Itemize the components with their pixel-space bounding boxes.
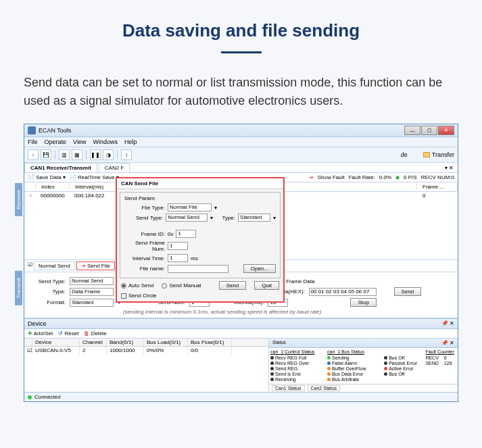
dlg-frame-num-input[interactable]: 1	[168, 242, 188, 250]
tab-can2[interactable]: CAN2 F	[99, 163, 130, 172]
tb-new-icon[interactable]: ▫	[28, 149, 39, 160]
device-row[interactable]: ☑ USBCAN-II-V5 2 1000/1000 0%/0% 0/0	[24, 347, 268, 354]
can-send-file-dialog: CAN Send File Send Param: File Type: Nor…	[116, 177, 285, 303]
delete-icon: 🗑	[84, 330, 89, 337]
tb-show-icon[interactable]: ◑	[103, 149, 114, 160]
menu-view[interactable]: View	[73, 139, 86, 145]
reset-icon: ↺	[58, 330, 63, 337]
pin-icon[interactable]: ▾ ✕	[445, 165, 458, 171]
receive-side-tab[interactable]: Receive	[15, 183, 22, 216]
toolbar: ▫ 💾 ▥ ▦ ❚❚ ◑ ↕ de Transfer	[24, 147, 458, 163]
col-channel[interactable]: Channel	[80, 339, 107, 346]
folder-icon	[423, 152, 430, 157]
col-index[interactable]: Index	[36, 184, 70, 190]
dlg-filename-input[interactable]	[168, 265, 228, 273]
dlg-quit-button[interactable]: Quit	[254, 281, 279, 290]
send-type-select[interactable]: Normal Send	[70, 277, 114, 285]
dlg-send-type-select[interactable]: Normal Send	[166, 214, 208, 222]
tb-scroll-icon[interactable]: ↕	[121, 149, 132, 160]
type-select[interactable]: Data Frame	[70, 288, 114, 296]
mode-suffix: de	[401, 151, 408, 158]
realtime-save-btn[interactable]: RealTime Save	[78, 174, 114, 180]
col-busload[interactable]: Bus Load(0/1)	[144, 339, 188, 346]
dlg-type-select[interactable]: Standard	[238, 214, 270, 222]
dlg-send-button[interactable]: Send	[219, 281, 247, 290]
device-panel-header: Device 📌 ✕	[24, 318, 458, 329]
tab-send-file[interactable]: ➔ Send File	[76, 262, 115, 270]
send-circle-checkbox[interactable]	[121, 293, 126, 299]
reset-btn[interactable]: Reset	[64, 330, 78, 337]
dlg-frame-id-input[interactable]: 1	[176, 230, 196, 238]
menu-file[interactable]: File	[28, 139, 38, 145]
pps-value: 0 P/S	[404, 174, 417, 180]
col-busflow[interactable]: Bus Flow(0/1)	[188, 339, 232, 346]
arrow-icon: ➔	[81, 263, 86, 269]
checkbox-icon[interactable]: ☑	[28, 262, 32, 270]
col-frame[interactable]: Frame ...	[417, 184, 458, 190]
col-interval[interactable]: Interval(ms)	[70, 184, 117, 190]
connected-icon	[28, 395, 32, 399]
window-title: ECAN Tools	[39, 127, 71, 134]
status-panel: Status 📌 ✕ can_1 Control Status Recv REG…	[268, 339, 458, 392]
menu-help[interactable]: Help	[124, 139, 137, 145]
menubar: File Operate View Windows Help	[24, 137, 458, 147]
tab-normal-send[interactable]: Normal Send	[34, 262, 75, 270]
pps-icon: ◆	[395, 174, 400, 180]
tab-can1[interactable]: CAN1 Receive/Transmit	[24, 163, 97, 172]
fault-rate-value: 0.0%	[379, 174, 391, 180]
transmit-side-tab[interactable]: Transmit	[15, 271, 22, 305]
stop-button[interactable]: Stop	[350, 298, 376, 307]
dlg-interval-input[interactable]: 1	[168, 254, 188, 262]
page-description: Send data can be set to normal or list t…	[0, 60, 482, 124]
can1-status-tab[interactable]: Can1 Status	[272, 385, 305, 391]
show-fault-icon: ➔	[309, 174, 314, 180]
tb-pause-icon[interactable]: ❚❚	[90, 149, 101, 160]
statusbar: Connected	[24, 392, 458, 401]
col-device[interactable]: Device	[32, 339, 80, 346]
auto-send-radio[interactable]	[121, 283, 126, 289]
status-pin-icon[interactable]: 📌 ✕	[441, 340, 454, 346]
minimize-button[interactable]: —	[404, 126, 420, 135]
data-input[interactable]: 00 01 02 03 04 05 06 07	[309, 288, 377, 296]
can2-status-tab[interactable]: Can2 Status	[308, 385, 341, 391]
connected-label: Connected	[34, 394, 61, 400]
device-pin-icon[interactable]: 📌 ✕	[441, 320, 454, 327]
tb-cascade-icon[interactable]: ▥	[59, 149, 70, 160]
titlebar: ECAN Tools — ▢ ✕	[24, 124, 458, 137]
show-fault-btn[interactable]: Show Fault	[318, 174, 345, 180]
file-type-select[interactable]: Normal File	[168, 203, 212, 211]
app-icon	[28, 126, 36, 134]
recv-num: RECV NUM:0	[421, 174, 454, 180]
menu-operate[interactable]: Operate	[45, 139, 67, 145]
send-button[interactable]: Send	[394, 287, 422, 296]
bus-status-header: can_1 Bus Status	[327, 349, 379, 354]
device-table: Device Channel Band(0/1) Bus Load(0/1) B…	[24, 339, 268, 392]
transfer-link[interactable]: Transfer	[423, 151, 454, 158]
add-icon: ✚	[28, 330, 32, 337]
fault-rate-label: Fault Rate:	[349, 174, 375, 180]
delete-btn[interactable]: Delete	[91, 330, 107, 337]
format-select[interactable]: Standard	[70, 299, 114, 307]
col-band[interactable]: Band(0/1)	[107, 339, 144, 346]
close-button[interactable]: ✕	[438, 126, 454, 135]
send-manual-radio[interactable]	[162, 283, 167, 289]
maximize-button[interactable]: ▢	[421, 126, 437, 135]
tb-tile-icon[interactable]: ▦	[72, 149, 82, 160]
save-data-btn[interactable]: Save Data	[36, 174, 61, 180]
dialog-title: CAN Send File	[117, 178, 283, 189]
menu-windows[interactable]: Windows	[93, 139, 118, 145]
tb-save-icon[interactable]: 💾	[41, 149, 51, 160]
ctrl-status-header: can_1 Control Status	[270, 349, 322, 354]
page-title: Data saving and file sending	[0, 20, 482, 41]
app-window: ECAN Tools — ▢ ✕ File Operate View Windo…	[24, 124, 458, 402]
add-set-btn[interactable]: Add/Set	[34, 330, 53, 337]
open-button[interactable]: Open...	[243, 264, 276, 273]
send-note: (sending interval is minimum 0.1ms, actu…	[123, 309, 454, 315]
device-toolbar: ✚ Add/Set ↺ Reset 🗑 Delete	[24, 329, 458, 339]
title-underline	[221, 51, 262, 53]
fault-counter-header: Fault Counter	[425, 349, 456, 354]
